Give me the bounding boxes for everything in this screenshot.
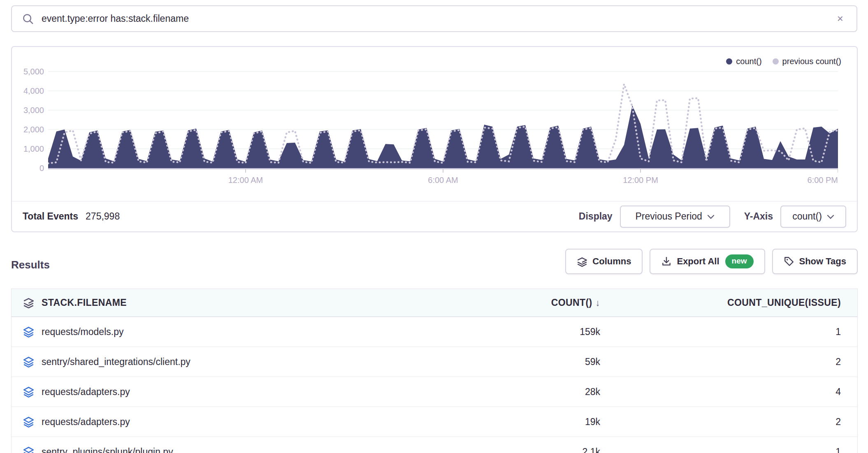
- y-tick-label: 1,000: [15, 144, 44, 154]
- export-all-button-label: Export All: [677, 256, 719, 267]
- y-tick-label: 4,000: [15, 86, 44, 96]
- stack-cell-icon[interactable]: [23, 326, 34, 337]
- x-tick-label: 12:00 AM: [228, 176, 263, 185]
- total-events-label: Total Events: [23, 211, 78, 222]
- stack-filename-cell[interactable]: requests/models.py: [42, 326, 123, 337]
- chart-footer: Total Events 275,998 Display Previous Pe…: [12, 201, 857, 231]
- yaxis-dropdown[interactable]: count(): [780, 206, 846, 228]
- count-unique-cell: 2: [600, 356, 841, 367]
- download-icon: [661, 256, 672, 267]
- new-badge: new: [725, 254, 754, 268]
- search-icon: [22, 13, 34, 25]
- stack-filename-cell[interactable]: sentry/shared_integrations/client.py: [42, 356, 190, 367]
- clear-search-icon[interactable]: ×: [834, 11, 847, 27]
- search-bar[interactable]: event.type:error has:stack.filename ×: [11, 5, 857, 32]
- column-header-label: COUNT(): [551, 297, 592, 308]
- count-cell: 2.1k: [477, 446, 600, 453]
- count-cell: 59k: [477, 356, 600, 367]
- discover-page: event.type:error has:stack.filename × co…: [0, 0, 868, 453]
- count-cell: 28k: [477, 386, 600, 398]
- stack-filename-cell[interactable]: sentry_plugins/splunk/plugin.py: [42, 446, 173, 453]
- count-unique-cell: 1: [600, 446, 841, 453]
- search-input[interactable]: event.type:error has:stack.filename: [42, 13, 834, 24]
- count-header[interactable]: COUNT() ↓: [477, 297, 600, 308]
- display-dropdown[interactable]: Previous Period: [620, 206, 730, 228]
- y-tick-label: 3,000: [15, 106, 44, 115]
- yaxis-label: Y-Axis: [744, 211, 773, 222]
- table-row: sentry/shared_integrations/client.py 59k…: [12, 347, 857, 377]
- layers-icon: [577, 256, 587, 267]
- events-area-chart[interactable]: [48, 47, 838, 174]
- sort-desc-arrow-icon: ↓: [596, 298, 600, 308]
- y-tick-label: 2,000: [15, 125, 44, 134]
- x-tick-label: 6:00 AM: [428, 176, 458, 185]
- yaxis-dropdown-value: count(): [792, 211, 822, 222]
- x-tick-label: 12:00 PM: [623, 176, 658, 185]
- export-all-button[interactable]: Export All new: [650, 249, 765, 274]
- total-events-value: 275,998: [86, 211, 120, 222]
- column-header-label: COUNT_UNIQUE(ISSUE): [727, 297, 841, 308]
- events-chart-panel: count() previous count() 01,0002,0003,00…: [11, 46, 858, 232]
- chevron-down-icon: [827, 215, 834, 220]
- chevron-down-icon: [707, 215, 715, 220]
- table-row: requests/adapters.py 28k 4: [12, 377, 857, 407]
- count-unique-cell: 2: [600, 416, 841, 428]
- columns-button-label: Columns: [592, 256, 631, 267]
- count-cell: 19k: [477, 416, 600, 428]
- stack-cell-icon[interactable]: [23, 446, 34, 453]
- layers-icon: [23, 297, 34, 308]
- stack-cell-icon[interactable]: [23, 416, 34, 428]
- table-header-row: STACK.FILENAME COUNT() ↓ COUNT_UNIQUE(IS…: [12, 289, 857, 317]
- stack-cell-icon[interactable]: [23, 356, 34, 367]
- results-title: Results: [11, 259, 50, 271]
- table-row: requests/adapters.py 19k 2: [12, 407, 857, 437]
- count-unique-cell: 4: [600, 386, 841, 398]
- count-unique-cell: 1: [600, 326, 841, 337]
- stack-filename-header[interactable]: STACK.FILENAME: [23, 297, 477, 308]
- count-cell: 159k: [477, 326, 600, 337]
- stack-filename-cell[interactable]: requests/adapters.py: [42, 416, 130, 428]
- stack-cell-icon[interactable]: [23, 386, 34, 398]
- display-dropdown-value: Previous Period: [635, 211, 702, 222]
- table-row: requests/models.py 159k 1: [12, 317, 857, 347]
- count-unique-header[interactable]: COUNT_UNIQUE(ISSUE): [600, 297, 841, 308]
- table-row: sentry_plugins/splunk/plugin.py 2.1k 1: [12, 437, 857, 453]
- display-label: Display: [579, 211, 613, 222]
- column-header-label: STACK.FILENAME: [42, 297, 127, 308]
- results-table: STACK.FILENAME COUNT() ↓ COUNT_UNIQUE(IS…: [11, 289, 858, 453]
- stack-filename-cell[interactable]: requests/adapters.py: [42, 386, 130, 398]
- show-tags-button-label: Show Tags: [799, 256, 847, 267]
- columns-button[interactable]: Columns: [565, 249, 643, 274]
- y-tick-label: 0: [15, 164, 44, 173]
- tag-icon: [784, 256, 794, 267]
- y-tick-label: 5,000: [15, 67, 44, 76]
- show-tags-button[interactable]: Show Tags: [772, 249, 858, 274]
- x-tick-label: 6:00 PM: [808, 176, 838, 185]
- results-toolbar: Columns Export All new Show Tags: [565, 249, 858, 274]
